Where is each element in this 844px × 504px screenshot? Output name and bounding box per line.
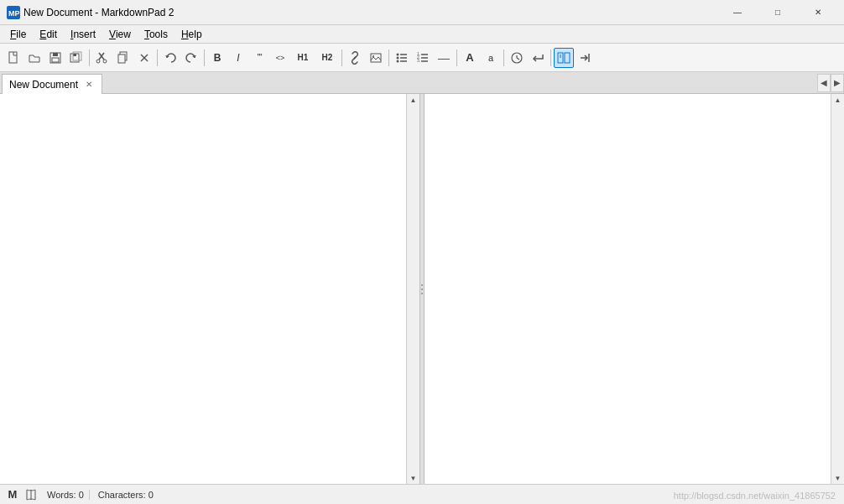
menu-file[interactable]: File [3, 27, 33, 42]
svg-rect-7 [73, 54, 76, 56]
toolbar-undo[interactable] [160, 48, 180, 68]
toolbar-open[interactable] [24, 48, 44, 68]
toolbar-preview[interactable] [554, 48, 574, 68]
status-bar: M Words: 0 Characters: 0 http://blogsd.c… [0, 484, 844, 504]
toolbar-save-all[interactable] [66, 48, 86, 68]
book-icon[interactable] [23, 487, 39, 502]
tab-close-button[interactable]: ✕ [83, 79, 95, 91]
tab-label: New Document [9, 79, 78, 91]
preview-scroll-up[interactable]: ▲ [832, 94, 844, 106]
svg-point-20 [397, 53, 399, 55]
toolbar-h1[interactable]: H1 [291, 48, 315, 68]
svg-point-13 [103, 60, 107, 63]
chars-count: Characters: 0 [93, 490, 159, 500]
toolbar-code[interactable]: <> [270, 48, 290, 68]
splitter-dot [421, 293, 423, 294]
svg-rect-4 [53, 53, 58, 56]
svg-rect-15 [118, 55, 125, 63]
menu-help[interactable]: Help [175, 27, 209, 42]
editor-textarea[interactable] [0, 94, 406, 484]
title-bar: MP New Document - MarkdownPad 2 — □ ✕ [0, 0, 844, 25]
menu-edit[interactable]: Edit [33, 27, 64, 42]
svg-rect-35 [558, 53, 563, 63]
toolbar-ol[interactable]: 1.2.3. [413, 48, 433, 68]
svg-text:3.: 3. [417, 58, 420, 63]
preview-pane [425, 94, 831, 484]
svg-point-12 [96, 60, 100, 63]
maximize-button[interactable]: □ [758, 0, 797, 25]
editor-scroll-up[interactable]: ▲ [408, 94, 419, 106]
toolbar-link[interactable] [345, 48, 365, 68]
toolbar-bold[interactable]: B [207, 48, 227, 68]
toolbar-h2[interactable]: H2 [315, 48, 339, 68]
tab-scroll-left[interactable]: ◀ [817, 74, 831, 92]
toolbar-cut[interactable] [92, 48, 112, 68]
svg-rect-36 [565, 53, 570, 63]
app-icon: MP [7, 6, 20, 19]
menu-bar: File Edit Insert View Tools Help [0, 25, 844, 44]
close-button[interactable]: ✕ [799, 0, 837, 25]
toolbar-timestamp[interactable] [507, 48, 527, 68]
toolbar-delete[interactable] [134, 48, 154, 68]
window-controls[interactable]: — □ ✕ [718, 0, 837, 25]
markdown-mode-icon[interactable]: M [5, 487, 20, 502]
editor-scroll-down[interactable]: ▼ [408, 472, 419, 484]
toolbar-hr[interactable]: — [434, 48, 454, 68]
tab-scroll-buttons: ◀ ▶ [817, 72, 844, 93]
toolbar-save[interactable] [45, 48, 65, 68]
toolbar-redo[interactable] [181, 48, 201, 68]
svg-point-24 [397, 60, 399, 62]
toolbar-uppercase[interactable]: A [460, 48, 480, 68]
splitter-dot [421, 288, 423, 290]
editor-scrollbar[interactable]: ▲ ▼ [406, 94, 419, 484]
svg-line-34 [517, 58, 519, 60]
tab-scroll-right[interactable]: ▶ [831, 74, 844, 92]
toolbar-italic[interactable]: I [228, 48, 248, 68]
toolbar-export[interactable] [575, 48, 595, 68]
toolbar-lowercase[interactable]: a [481, 48, 501, 68]
toolbar-linebreak[interactable] [528, 48, 548, 68]
preview-scrollbar[interactable]: ▲ ▼ [831, 94, 844, 484]
svg-text:MP: MP [8, 9, 20, 18]
tab-bar: New Document ✕ ◀ ▶ [0, 72, 844, 94]
toolbar-new[interactable] [3, 48, 23, 68]
svg-rect-5 [52, 58, 59, 62]
splitter-dot [421, 284, 423, 286]
editor-pane [0, 94, 406, 484]
words-count: Words: 0 [42, 490, 90, 500]
menu-tools[interactable]: Tools [138, 27, 175, 42]
menu-view[interactable]: View [102, 27, 138, 42]
minimize-button[interactable]: — [718, 0, 757, 25]
tab-new-document[interactable]: New Document ✕ [2, 74, 102, 94]
toolbar-quote[interactable]: "" [249, 48, 269, 68]
main-area: ▲ ▼ ▲ ▼ [0, 94, 844, 484]
toolbar-copy[interactable] [113, 48, 133, 68]
svg-point-22 [397, 56, 399, 59]
toolbar-image[interactable] [366, 48, 386, 68]
toolbar: B I "" <> H1 H2 1.2.3. — A a [0, 44, 844, 72]
title-text: New Document - MarkdownPad 2 [23, 7, 718, 18]
menu-insert[interactable]: Insert [64, 27, 102, 42]
preview-scroll-down[interactable]: ▼ [832, 472, 844, 484]
toolbar-ul[interactable] [392, 48, 412, 68]
watermark: http://blogsd.csdn.net/waixin_41865752 [674, 491, 836, 501]
